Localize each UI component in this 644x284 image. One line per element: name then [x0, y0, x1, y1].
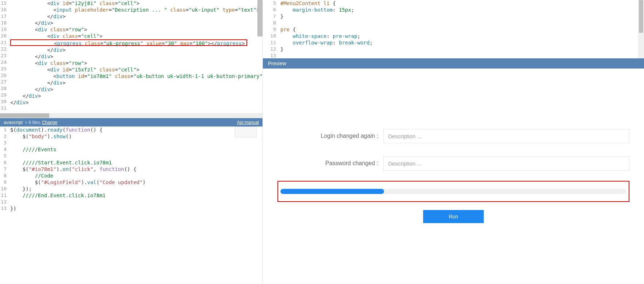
- scrollbar-horizontal[interactable]: [0, 113, 262, 118]
- html-editor[interactable]: 1516171819202122232425262728293031 <div …: [0, 0, 262, 113]
- login-input[interactable]: [383, 129, 629, 143]
- change-link[interactable]: Change: [42, 120, 57, 125]
- login-label: Login changed again :: [277, 133, 383, 139]
- preview-title: Preview: [268, 61, 286, 66]
- login-row: Login changed again :: [277, 129, 629, 143]
- preview-header: Preview: [263, 58, 644, 69]
- password-input[interactable]: [383, 156, 629, 171]
- js-editor[interactable]: 12345678910111213 $(document).ready(func…: [0, 127, 262, 284]
- css-editor[interactable]: 5678910111213 #Menu2Content li { margin-…: [263, 0, 644, 58]
- scrollbar-vertical[interactable]: [257, 0, 262, 36]
- password-label: Password changed :: [277, 160, 383, 167]
- js-panel-header: avascript + 8 files. Change Api manual: [0, 118, 262, 127]
- progress-fill: [280, 189, 384, 194]
- js-files-count: + 8 files.: [25, 120, 41, 125]
- api-manual-link[interactable]: Api manual: [237, 120, 259, 125]
- minimap[interactable]: [235, 127, 257, 137]
- scrollbar-vertical[interactable]: [638, 0, 644, 58]
- progress-bar: [280, 189, 626, 194]
- password-row: Password changed :: [277, 156, 629, 171]
- js-panel-title: avascript: [4, 120, 23, 125]
- progress-highlight: [277, 181, 629, 202]
- run-button[interactable]: Run: [423, 210, 484, 223]
- preview-body: Login changed again : Password changed :…: [263, 69, 644, 284]
